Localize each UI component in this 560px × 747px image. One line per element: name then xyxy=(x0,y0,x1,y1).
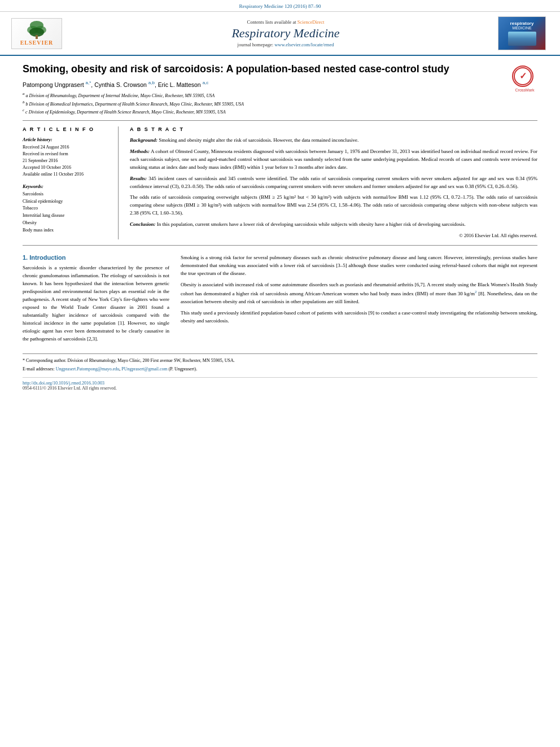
received-date: Received 24 August 2016 xyxy=(23,144,111,151)
abstract-methods: Methods: A cohort of Olmsted County, Min… xyxy=(130,148,537,172)
abstract-results: Results: 345 incident cases of sarcoidos… xyxy=(130,175,537,191)
intro-number: 1. xyxy=(23,254,28,261)
crossmark-svg: ✓ xyxy=(513,67,532,86)
svg-text:✓: ✓ xyxy=(519,71,527,81)
affiliation-c: c c Division of Epidemiology, Department… xyxy=(23,107,504,116)
contents-line: Contents lists available at ScienceDirec… xyxy=(73,19,498,25)
methods-label: Methods: xyxy=(130,148,150,154)
sciencedirect-link[interactable]: ScienceDirect xyxy=(298,19,325,25)
article-info-column: A R T I C L E I N F O Article history: R… xyxy=(23,126,119,240)
abstract-heading: A B S T R A C T xyxy=(130,126,537,132)
journal-logo-right: respiratory MEDICINE xyxy=(498,16,549,50)
footnotes-section: * Corresponding author. Division of Rheu… xyxy=(23,353,537,373)
available-date: Available online 11 October 2016 xyxy=(23,171,111,178)
article-info-heading: A R T I C L E I N F O xyxy=(23,126,111,132)
keyword-3: Tobacco xyxy=(23,205,111,212)
abstract-column: A B S T R A C T Background: Smoking and … xyxy=(130,126,537,240)
abstract-conclusion: Conclusion: In this population, current … xyxy=(130,221,537,229)
journal-title: Respiratory Medicine xyxy=(73,26,498,41)
intro-para-2: Smoking is a strong risk factor for seve… xyxy=(181,254,537,278)
results-text: 345 incident cases of sarcoidosis and 34… xyxy=(130,176,537,189)
intro-title: Introduction xyxy=(29,254,65,261)
conclusion-text: In this population, current smokers have… xyxy=(157,221,466,227)
abstract-results-2: The odds ratio of sarcoidosis comparing … xyxy=(130,194,537,217)
methods-text: A cohort of Olmsted County, Minnesota re… xyxy=(130,148,537,170)
intro-para-3: Obesity is associated with increased ris… xyxy=(181,281,537,306)
results-text-2: The odds ratio of sarcoidosis comparing … xyxy=(130,194,537,216)
accepted-date: Accepted 10 October 2016 xyxy=(23,164,111,171)
author-3-sup: a,c xyxy=(203,80,209,85)
email-suffix: (P. Ungprasert). xyxy=(169,366,197,372)
doi-link[interactable]: http://dx.doi.org/10.1016/j.rmed.2016.10… xyxy=(23,381,104,386)
author-3: Eric L. Matteson xyxy=(158,81,201,88)
email-label: E-mail addresses: xyxy=(23,366,55,372)
email-1[interactable]: Ungprasert.Patompong@mayo.edu xyxy=(56,366,120,372)
received-revised-date: 21 September 2016 xyxy=(23,158,111,164)
journal-citation: Respiratory Medicine 120 (2016) 87–90 xyxy=(239,3,321,9)
abstract-background: Background: Smoking and obesity might al… xyxy=(130,137,537,145)
keywords-title: Keywords: xyxy=(23,184,111,189)
article-title-area: Smoking, obesity and risk of sarcoidosis… xyxy=(23,63,504,116)
elsevier-logo-box: ELSEVIER xyxy=(11,18,62,49)
homepage-line: journal homepage: www.elsevier.com/locat… xyxy=(73,42,498,47)
background-text: Smoking and obesity might alter the risk… xyxy=(159,137,358,143)
article-info-abstract-section: A R T I C L E I N F O Article history: R… xyxy=(23,120,537,240)
keyword-4: Interstitial lung disease xyxy=(23,212,111,220)
intro-para-4: This study used a previously identified … xyxy=(181,309,537,325)
author-2-sup: a,b xyxy=(148,80,155,85)
keyword-5: Obesity xyxy=(23,220,111,227)
authors-line: Patompong Ungprasert a,*, Cynthia S. Cro… xyxy=(23,80,504,88)
introduction-section: 1. Introduction Sarcoidosis is a systemi… xyxy=(23,251,537,346)
crossmark-icon: ✓ xyxy=(512,65,533,87)
history-title: Article history: xyxy=(23,137,111,142)
background-label: Background: xyxy=(130,137,158,143)
journal-cover-image: respiratory MEDICINE xyxy=(498,16,546,50)
article-title-section: Smoking, obesity and risk of sarcoidosis… xyxy=(23,63,537,116)
abstract-text: Background: Smoking and obesity might al… xyxy=(130,137,537,240)
email-2[interactable]: PUngprasert@gmail.com xyxy=(121,366,167,372)
author-1-sup: a,* xyxy=(86,80,91,85)
elsevier-tree-icon xyxy=(23,20,51,40)
doi-line: http://dx.doi.org/10.1016/j.rmed.2016.10… xyxy=(23,381,537,386)
article-history: Article history: Received 24 August 2016… xyxy=(23,137,111,178)
top-citation-bar: Respiratory Medicine 120 (2016) 87–90 xyxy=(0,0,560,12)
intro-right-column: Smoking is a strong risk factor for seve… xyxy=(181,254,537,346)
intro-para-1: Sarcoidosis is a systemic disorder chara… xyxy=(23,264,169,343)
keyword-6: Body mass index xyxy=(23,227,111,234)
results-label: Results: xyxy=(130,176,147,181)
page: Respiratory Medicine 120 (2016) 87–90 EL… xyxy=(0,0,560,747)
corresponding-author-note: * Corresponding author. Division of Rheu… xyxy=(23,357,537,364)
keywords-section: Keywords: Sarcoidosis Clinical epidemiol… xyxy=(23,184,111,234)
corresponding-text: * Corresponding author. Division of Rheu… xyxy=(23,358,235,363)
author-2: Cynthia S. Crowson xyxy=(94,81,147,88)
elsevier-wordmark: ELSEVIER xyxy=(20,40,54,46)
journal-header: ELSEVIER Contents lists available at Sci… xyxy=(0,12,560,56)
affiliation-a: a a Division of Rheumatology, Department… xyxy=(23,91,504,99)
issn-line: 0954-6111/© 2016 Elsevier Ltd. All right… xyxy=(23,386,537,391)
main-content: Smoking, obesity and risk of sarcoidosis… xyxy=(0,56,560,396)
conclusion-label: Conclusion: xyxy=(130,221,156,227)
crossmark-label: CrossMark xyxy=(512,88,537,92)
homepage-url[interactable]: www.elsevier.com/locate/rmed xyxy=(274,42,334,47)
abstract-copyright: © 2016 Elsevier Ltd. All rights reserved… xyxy=(130,232,537,239)
received-revised-label: Received in revised form xyxy=(23,151,111,158)
intro-left-column: 1. Introduction Sarcoidosis is a systemi… xyxy=(23,254,169,346)
author-1: Patompong Ungprasert xyxy=(23,81,84,88)
affiliation-b: b b Division of Biomedical Informatics, … xyxy=(23,99,504,108)
section-divider xyxy=(23,245,537,246)
crossmark-area: ✓ CrossMark xyxy=(512,65,537,92)
journal-header-center: Contents lists available at ScienceDirec… xyxy=(73,19,498,47)
affiliations: a a Division of Rheumatology, Department… xyxy=(23,91,504,116)
svg-rect-4 xyxy=(36,35,38,39)
introduction-heading: 1. Introduction xyxy=(23,254,169,261)
article-title: Smoking, obesity and risk of sarcoidosis… xyxy=(23,63,504,76)
elsevier-logo-area: ELSEVIER xyxy=(11,18,73,49)
keyword-1: Sarcoidosis xyxy=(23,191,111,198)
journal-cover-text: respiratory MEDICINE xyxy=(508,21,536,46)
bottom-bar: http://dx.doi.org/10.1016/j.rmed.2016.10… xyxy=(23,377,537,391)
keyword-2: Clinical epidemiology xyxy=(23,198,111,206)
email-note: E-mail addresses: Ungprasert.Patompong@m… xyxy=(23,366,537,373)
